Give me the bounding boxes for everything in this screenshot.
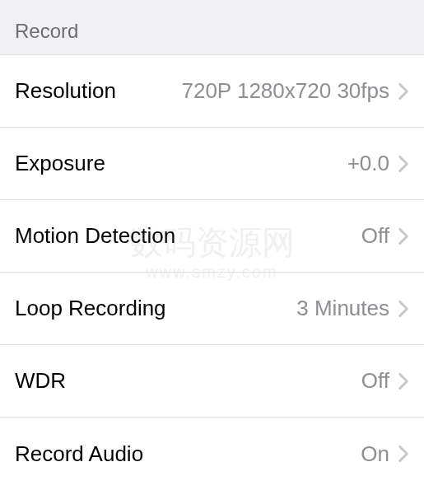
row-label: Resolution: [15, 78, 116, 104]
section-header-record: Record: [0, 0, 424, 55]
row-label: Motion Detection: [15, 223, 175, 249]
row-value: Off: [361, 223, 389, 249]
chevron-right-icon: [398, 82, 409, 101]
settings-list: Resolution 720P 1280x720 30fps Exposure …: [0, 55, 424, 490]
row-label: Exposure: [15, 151, 105, 176]
row-value: 3 Minutes: [296, 296, 389, 321]
section-title: Record: [15, 20, 78, 42]
row-exposure[interactable]: Exposure +0.0: [0, 128, 424, 200]
chevron-right-icon: [398, 226, 409, 246]
row-value: On: [361, 441, 389, 467]
row-label: Loop Recording: [15, 296, 166, 321]
row-resolution[interactable]: Resolution 720P 1280x720 30fps: [0, 55, 424, 128]
row-label: WDR: [15, 368, 66, 394]
row-value: Off: [361, 368, 389, 394]
row-label: Record Audio: [15, 441, 143, 467]
row-value: +0.0: [347, 151, 389, 176]
row-motion-detection[interactable]: Motion Detection Off: [0, 200, 424, 273]
chevron-right-icon: [398, 371, 409, 391]
chevron-right-icon: [398, 299, 409, 319]
row-wdr[interactable]: WDR Off: [0, 345, 424, 418]
chevron-right-icon: [398, 154, 409, 174]
row-record-audio[interactable]: Record Audio On: [0, 418, 424, 490]
row-value: 720P 1280x720 30fps: [181, 78, 389, 104]
chevron-right-icon: [398, 444, 409, 464]
row-loop-recording[interactable]: Loop Recording 3 Minutes: [0, 273, 424, 345]
